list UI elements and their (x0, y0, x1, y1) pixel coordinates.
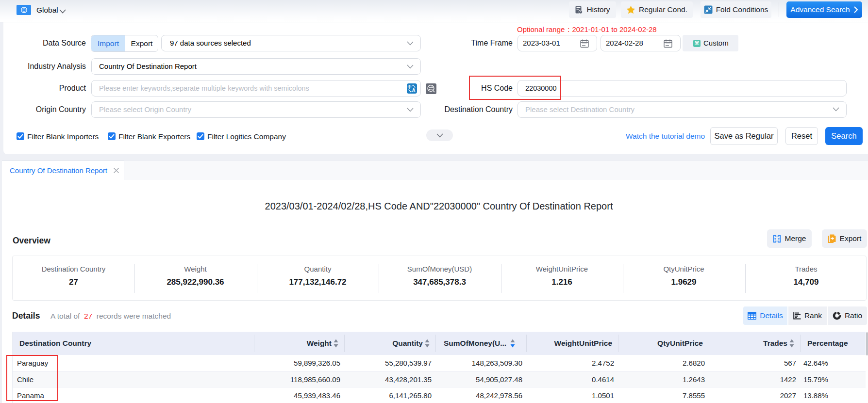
svg-text:中: 中 (408, 84, 412, 89)
svg-text:A: A (412, 88, 415, 93)
